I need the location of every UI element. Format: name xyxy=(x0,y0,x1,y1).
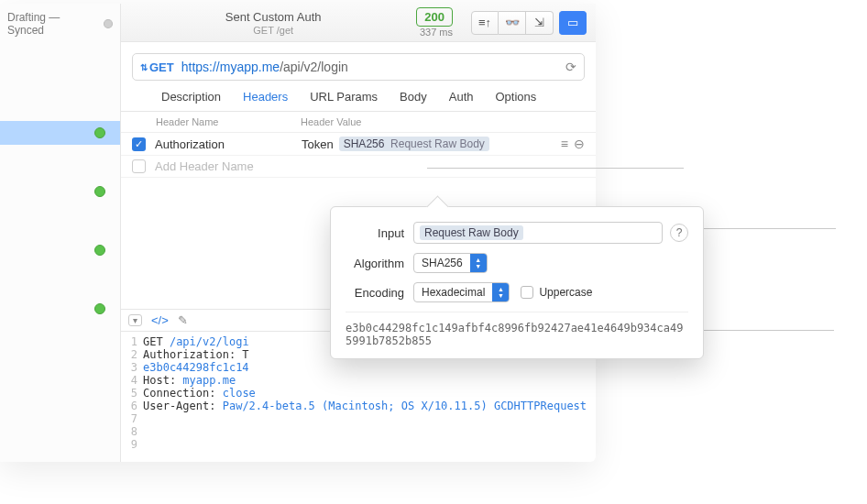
col-header-name: Header Name xyxy=(156,116,301,127)
col-header-value: Header Value xyxy=(301,116,585,127)
help-icon[interactable]: ? xyxy=(670,224,688,242)
toolbar-buttons: ≡↑ 👓 ⇲ ▭ xyxy=(471,11,587,35)
toolbar-btn-glasses-icon[interactable]: 👓 xyxy=(499,11,526,35)
code-view-dropdown[interactable]: ▾ xyxy=(128,314,142,326)
uppercase-label: Uppercase xyxy=(539,286,592,299)
sidebar-item-3[interactable] xyxy=(0,238,120,262)
url-host: myapp.me xyxy=(220,60,280,74)
sidebar: Drafting — Synced xyxy=(0,4,121,462)
header-value-field[interactable]: Token SHA256 Request Raw Body xyxy=(302,137,561,151)
http-method: GET xyxy=(149,60,174,74)
http-status-badge: 200 xyxy=(416,7,453,27)
popover-input-label: Input xyxy=(346,226,413,240)
status-dot-icon xyxy=(94,303,105,314)
header-menu-icon[interactable]: ≡ xyxy=(561,137,568,151)
tab-headers[interactable]: Headers xyxy=(243,90,288,104)
uppercase-option[interactable]: Uppercase xyxy=(521,286,592,299)
header-column-labels: Header Name Header Value xyxy=(121,112,596,133)
header-value-prefix: Token xyxy=(302,137,334,151)
sidebar-item-1[interactable] xyxy=(0,121,120,145)
dynamic-value-request-raw-body[interactable]: Request Raw Body xyxy=(420,225,523,240)
header-name-field[interactable]: Authorization xyxy=(155,137,302,151)
status-dot-icon xyxy=(94,127,105,138)
header-name-placeholder[interactable]: Add Header Name xyxy=(155,159,302,173)
toolbar-btn-panel-icon[interactable]: ▭ xyxy=(559,11,587,35)
tab-url-params[interactable]: URL Params xyxy=(310,90,378,104)
hash-dynamic-value-popover: Input Request Raw Body ? Algorithm SHA25… xyxy=(330,206,704,359)
url-scheme: https:// xyxy=(181,60,220,74)
window-title: Sent Custom Auth xyxy=(130,10,416,24)
sync-dot-icon xyxy=(104,19,113,28)
encoding-select[interactable]: Hexadecimal ▲▼ xyxy=(413,282,510,302)
popover-algo-label: Algorithm xyxy=(346,257,413,270)
sync-status-text: Drafting — Synced xyxy=(7,11,98,37)
algorithm-value: SHA256 xyxy=(414,257,470,269)
http-method-selector[interactable]: ⇅ GET xyxy=(140,60,174,74)
sidebar-item-4[interactable] xyxy=(0,297,120,321)
status-dot-icon xyxy=(94,186,105,197)
callout-line xyxy=(427,168,684,169)
url-path: /api/v2/login xyxy=(280,60,348,74)
select-caret-icon: ▲▼ xyxy=(470,254,487,272)
sidebar-item-2[interactable] xyxy=(0,180,120,203)
dynamic-value-hash[interactable]: SHA256 Request Raw Body xyxy=(339,137,489,151)
url-bar[interactable]: ⇅ GET https://myapp.me/api/v2/login ⟳ xyxy=(132,53,585,81)
algorithm-select[interactable]: SHA256 ▲▼ xyxy=(413,253,488,273)
header-remove-icon[interactable]: ⊖ xyxy=(574,137,585,151)
tab-body[interactable]: Body xyxy=(400,90,427,104)
code-tag-icon[interactable]: </> xyxy=(151,313,169,327)
toolbar-btn-export-icon[interactable]: ⇲ xyxy=(526,11,554,35)
header-enabled-checkbox[interactable]: ✓ xyxy=(132,137,146,151)
tab-description[interactable]: Description xyxy=(161,90,221,104)
code-edit-icon[interactable]: ✎ xyxy=(178,313,188,327)
tab-options[interactable]: Options xyxy=(496,90,537,104)
reload-icon[interactable]: ⟳ xyxy=(565,60,576,74)
urlbar-row: ⇅ GET https://myapp.me/api/v2/login ⟳ xyxy=(121,42,596,90)
status-dot-icon xyxy=(94,245,105,256)
header-row[interactable]: ✓ Authorization Token SHA256 Request Raw… xyxy=(121,133,596,156)
popover-input-field[interactable]: Request Raw Body xyxy=(413,222,663,244)
window-subtitle: GET /get xyxy=(130,25,416,36)
toolbar-btn-sort-icon[interactable]: ≡↑ xyxy=(471,11,499,35)
header-row-add[interactable]: Add Header Name xyxy=(121,156,596,178)
tab-auth[interactable]: Auth xyxy=(449,90,474,104)
titlebar: Sent Custom Auth GET /get 200 337 ms ≡↑ … xyxy=(121,4,596,42)
method-caret-icon: ⇅ xyxy=(140,62,148,72)
line-gutter: 1 2 3 4 5 6 7 8 9 xyxy=(121,332,143,463)
header-enabled-checkbox[interactable] xyxy=(132,159,146,173)
latency-label: 337 ms xyxy=(420,27,453,38)
hash-output: e3b0c44298fc1c149afbf4c8996fb92427ae41e4… xyxy=(346,312,688,347)
title-center: Sent Custom Auth GET /get xyxy=(130,10,416,36)
section-tabs: Description Headers URL Params Body Auth… xyxy=(121,90,596,112)
popover-enc-label: Encoding xyxy=(346,286,413,300)
url-text[interactable]: https://myapp.me/api/v2/login xyxy=(181,60,565,74)
select-caret-icon: ▲▼ xyxy=(492,283,509,301)
sync-status: Drafting — Synced xyxy=(0,5,120,42)
encoding-value: Hexadecimal xyxy=(414,286,492,299)
uppercase-checkbox[interactable] xyxy=(521,286,533,299)
